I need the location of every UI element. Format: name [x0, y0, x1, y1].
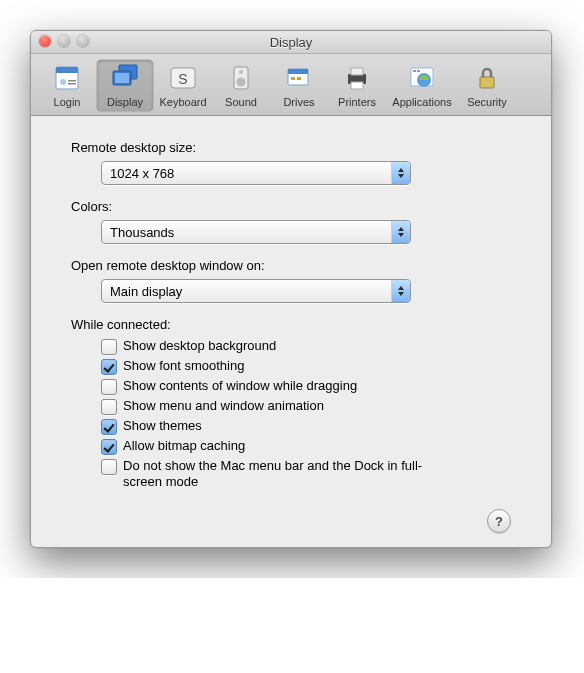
checkbox[interactable]: [101, 379, 117, 395]
select-value: Main display: [110, 284, 182, 299]
svg-rect-22: [417, 70, 420, 72]
printers-icon: [341, 62, 373, 94]
toolbar-label: Display: [107, 96, 143, 108]
toolbar-sound[interactable]: Sound: [213, 60, 269, 111]
option-row: Allow bitmap caching: [101, 438, 511, 455]
sound-icon: [225, 62, 257, 94]
svg-rect-18: [351, 68, 363, 75]
toolbar-label: Sound: [225, 96, 257, 108]
svg-rect-1: [56, 67, 78, 73]
open-on-select[interactable]: Main display: [101, 279, 411, 303]
applications-icon: [406, 62, 438, 94]
stepper-icon: [391, 221, 410, 243]
close-window-button[interactable]: [39, 35, 51, 47]
login-icon: [51, 62, 83, 94]
toolbar-label: Keyboard: [159, 96, 206, 108]
option-row: Show themes: [101, 418, 511, 435]
toolbar: Login Display S Keyboard Sound Drives: [31, 54, 551, 116]
toolbar-login[interactable]: Login: [39, 60, 95, 111]
checkbox[interactable]: [101, 439, 117, 455]
svg-rect-4: [68, 83, 76, 85]
option-row: Show contents of window while dragging: [101, 378, 511, 395]
toolbar-drives[interactable]: Drives: [271, 60, 327, 111]
svg-rect-16: [297, 77, 301, 80]
checkbox[interactable]: [101, 419, 117, 435]
display-icon: [109, 62, 141, 94]
svg-point-12: [237, 78, 246, 87]
svg-rect-24: [480, 77, 494, 88]
toolbar-applications[interactable]: Applications: [387, 60, 457, 111]
minimize-window-button[interactable]: [58, 35, 70, 47]
colors-label: Colors:: [71, 199, 511, 214]
remote-size-select[interactable]: 1024 x 768: [101, 161, 411, 185]
toolbar-keyboard[interactable]: S Keyboard: [155, 60, 211, 111]
svg-rect-21: [413, 70, 416, 72]
checkbox-label: Show font smoothing: [123, 358, 244, 374]
checkbox-label: Do not show the Mac menu bar and the Doc…: [123, 458, 423, 490]
option-row: Show menu and window animation: [101, 398, 511, 415]
select-value: Thousands: [110, 225, 174, 240]
toolbar-label: Drives: [283, 96, 314, 108]
checkbox-label: Show contents of window while dragging: [123, 378, 357, 394]
svg-text:S: S: [178, 71, 187, 87]
svg-point-11: [239, 70, 243, 74]
checkbox-label: Show themes: [123, 418, 202, 434]
stepper-icon: [391, 280, 410, 302]
option-row: Do not show the Mac menu bar and the Doc…: [101, 458, 511, 490]
checkbox-label: Allow bitmap caching: [123, 438, 245, 454]
checkbox[interactable]: [101, 399, 117, 415]
toolbar-label: Applications: [392, 96, 451, 108]
while-connected-label: While connected:: [71, 317, 511, 332]
window-title: Display: [270, 35, 313, 50]
toolbar-security[interactable]: Security: [459, 60, 515, 111]
toolbar-label: Login: [54, 96, 81, 108]
titlebar: Display: [31, 31, 551, 54]
open-on-label: Open remote desktop window on:: [71, 258, 511, 273]
checkbox-label: Show desktop background: [123, 338, 276, 354]
stepper-icon: [391, 162, 410, 184]
toolbar-printers[interactable]: Printers: [329, 60, 385, 111]
help-button[interactable]: ?: [487, 509, 511, 533]
svg-rect-15: [291, 77, 295, 80]
zoom-window-button[interactable]: [77, 35, 89, 47]
checkbox[interactable]: [101, 459, 117, 475]
preferences-window: Display Login Display S Keyboard Sound: [30, 30, 552, 548]
keyboard-icon: S: [167, 62, 199, 94]
svg-rect-7: [115, 73, 129, 83]
help-icon: ?: [495, 514, 503, 529]
security-icon: [471, 62, 503, 94]
toolbar-display[interactable]: Display: [97, 60, 153, 111]
checkbox-label: Show menu and window animation: [123, 398, 324, 414]
svg-rect-14: [288, 69, 308, 74]
toolbar-label: Security: [467, 96, 507, 108]
colors-select[interactable]: Thousands: [101, 220, 411, 244]
content-pane: Remote desktop size: 1024 x 768 Colors: …: [31, 116, 551, 547]
option-row: Show desktop background: [101, 338, 511, 355]
drives-icon: [283, 62, 315, 94]
remote-size-label: Remote desktop size:: [71, 140, 511, 155]
checkbox[interactable]: [101, 339, 117, 355]
svg-rect-3: [68, 80, 76, 82]
svg-rect-19: [351, 82, 363, 89]
svg-point-2: [60, 79, 66, 85]
select-value: 1024 x 768: [110, 166, 174, 181]
checkbox[interactable]: [101, 359, 117, 375]
option-row: Show font smoothing: [101, 358, 511, 375]
toolbar-label: Printers: [338, 96, 376, 108]
window-controls: [39, 35, 89, 47]
